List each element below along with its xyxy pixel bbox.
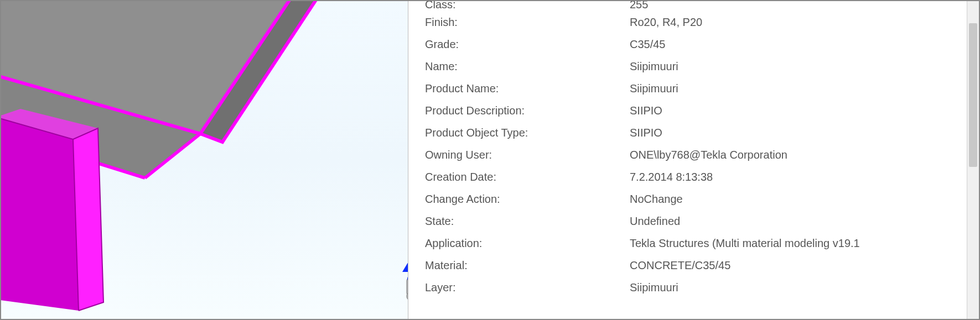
property-row: Material: CONCRETE/C35/45 [425, 254, 979, 276]
property-value: 7.2.2014 8:13:38 [630, 171, 713, 183]
scrollbar-thumb[interactable] [969, 23, 977, 167]
property-value: NoChange [630, 193, 683, 206]
property-value: SIIPIO [630, 127, 662, 139]
property-value: Ro20, R4, P20 [630, 16, 702, 29]
svg-marker-8 [402, 258, 408, 272]
svg-marker-3 [1, 117, 79, 311]
property-row: Layer: Siipimuuri [425, 276, 979, 298]
property-key: Application: [425, 237, 630, 250]
property-key: Creation Date: [425, 171, 630, 183]
property-row: Product Name: Siipimuuri [425, 77, 979, 99]
properties-scrollbar[interactable] [967, 1, 979, 319]
property-row: Change Action: NoChange [425, 188, 979, 210]
property-row: Grade: C35/45 [425, 33, 979, 55]
property-row: Finish: Ro20, R4, P20 [425, 11, 979, 33]
property-row: Creation Date: 7.2.2014 8:13:38 [425, 166, 979, 188]
model-geometry [1, 1, 408, 319]
property-row: Product Description: SIIPIO [425, 99, 979, 122]
property-row: State: Undefined [425, 210, 979, 232]
property-key: Material: [425, 259, 630, 272]
property-key: Name: [425, 60, 630, 73]
property-key: Grade: [425, 38, 630, 51]
property-row: Name: Siipimuuri [425, 55, 979, 77]
property-value: Siipimuuri [630, 281, 678, 294]
model-viewport[interactable]: z x [1, 1, 408, 319]
property-key: Layer: [425, 281, 630, 294]
properties-panel: Class: 255 Finish: Ro20, R4, P20 Grade: … [408, 1, 979, 319]
property-key: State: [425, 215, 630, 228]
property-key: Product Name: [425, 82, 630, 95]
property-row: Product Object Type: SIIPIO [425, 122, 979, 144]
property-key: Change Action: [425, 193, 630, 206]
property-key: Owning User: [425, 149, 630, 161]
property-key: Product Description: [425, 104, 630, 117]
property-key: Product Object Type: [425, 127, 630, 139]
property-value: CONCRETE/C35/45 [630, 259, 730, 272]
property-row: Application: Tekla Structures (Multi mat… [425, 232, 979, 254]
property-value: Siipimuuri [630, 82, 678, 95]
property-value: Tekla Structures (Multi material modelin… [630, 237, 860, 250]
property-value: 255 [630, 1, 648, 11]
property-value: SIIPIO [630, 104, 662, 117]
property-value: Siipimuuri [630, 60, 678, 73]
property-value: C35/45 [630, 38, 666, 51]
property-key: Finish: [425, 16, 630, 29]
property-key: Class: [425, 1, 630, 11]
property-row: Class: 255 [425, 1, 979, 11]
property-row: Owning User: ONE\lby768@Tekla Corporatio… [425, 144, 979, 166]
properties-list: Class: 255 Finish: Ro20, R4, P20 Grade: … [425, 1, 979, 298]
property-value: Undefined [630, 215, 680, 228]
property-value: ONE\lby768@Tekla Corporation [630, 149, 787, 161]
